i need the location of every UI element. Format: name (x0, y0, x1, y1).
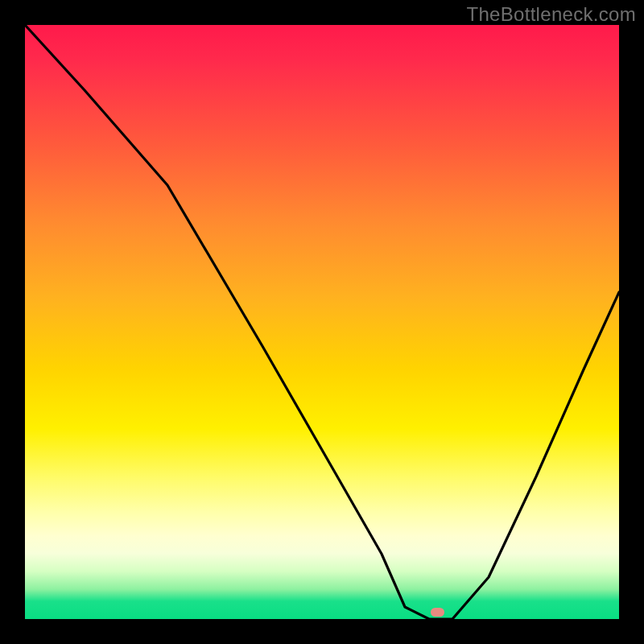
watermark-text: TheBottleneck.com (466, 3, 636, 26)
chart-plot-area (25, 25, 619, 619)
optimal-point-marker (431, 608, 444, 617)
